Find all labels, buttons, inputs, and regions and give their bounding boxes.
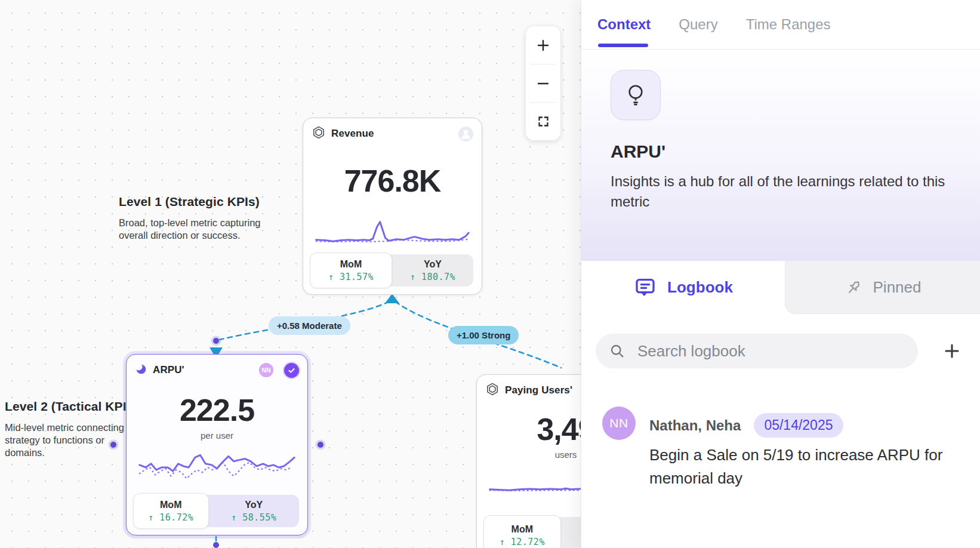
yoy-value: ↑ 180.7% [410,272,455,282]
metric-value: 776.8K [312,165,473,196]
section-tab-label: Pinned [873,278,922,297]
entry-date-badge[interactable]: 05/14/2025 [754,413,843,438]
metric-value: 222.5 [135,395,299,426]
mom-value: ↑ 12.72% [500,537,545,547]
metric-tree-app: Level 1 (Strategic KPIs) Broad, top-leve… [0,0,980,548]
plus-icon [942,341,961,361]
sparkline-chart [315,218,470,248]
mom-stat[interactable]: MoM ↑ 16.72% [133,493,209,529]
sparkline-chart [138,449,295,486]
fit-view-icon [537,115,550,128]
metric-unit: per user [135,430,299,441]
mom-label: MoM [160,500,181,510]
pin-icon [845,278,863,297]
tab-label: Context [597,16,651,33]
metric-name-heading: ARPU' [611,141,980,162]
zoom-out-button[interactable] [526,64,560,102]
change-stats: MoM ↑ 16.72% YoY ↑ 58.55% [135,495,299,527]
tab-time-ranges[interactable]: Time Ranges [746,0,831,49]
tab-logbook[interactable]: Logbook [581,261,785,314]
hexagon-metric-icon [485,382,500,399]
connection-handle[interactable] [213,338,219,344]
connection-handle[interactable] [213,542,219,548]
connection-handle[interactable] [110,442,116,448]
card-title: Paying Users' [505,384,572,396]
mom-stat[interactable]: MoM ↑ 31.57% [310,253,392,288]
tab-query[interactable]: Query [679,0,717,49]
yoy-stat[interactable]: YoY ↑ 180.7% [392,254,473,287]
logbook-search-bar[interactable] [596,334,918,368]
logbook-search-row [596,334,962,368]
yoy-label: YoY [424,259,442,270]
correlation-pill-strong[interactable]: +1.00 Strong [448,326,519,344]
canvas-zoom-toolbar [526,26,560,140]
tab-context[interactable]: Context [597,0,651,49]
metric-card-revenue[interactable]: Revenue 776.8K MoM ↑ 31.57% YoY [303,118,482,295]
mom-label: MoM [340,259,362,270]
tab-label: Query [679,16,717,33]
connection-handle[interactable] [318,442,323,448]
lightbulb-icon-box [611,70,661,120]
panel-tab-bar: Context Query Time Ranges [581,0,980,50]
context-side-panel: Context Query Time Ranges ARPU' Insights… [581,0,980,548]
yoy-label: YoY [245,500,263,510]
entry-author: Nathan, Neha [649,417,741,434]
fit-view-button[interactable] [526,103,560,140]
logbook-pinned-tabs: Logbook Pinned [581,261,980,314]
arrowhead-up-icon [385,294,399,303]
correlation-label: +1.00 Strong [457,330,510,340]
card-title: ARPU' [153,364,184,376]
tab-label: Time Ranges [746,16,831,33]
zoom-out-icon [536,76,550,91]
search-input[interactable] [636,341,918,361]
metric-description: Insights is a hub for all of the learnin… [611,171,957,212]
zoom-in-icon [536,38,550,53]
search-icon [609,343,625,359]
card-title: Revenue [331,128,374,140]
metric-card-arpu[interactable]: ARPU' NN 222.5 per user MoM ↑ 16.72% [126,354,308,535]
mom-stat[interactable]: MoM ↑ 12.72% [483,515,561,548]
verified-check-icon [284,363,299,378]
collaborator-badge[interactable]: NN [259,363,273,377]
mom-value: ↑ 31.57% [328,272,374,282]
entry-message: Begin a Sale on 5/19 to increase ARPU fo… [649,444,957,490]
tab-pinned[interactable]: Pinned [785,261,980,314]
mom-value: ↑ 16.72% [148,512,193,523]
add-log-entry-button[interactable] [942,341,962,361]
logbook-comment-icon [633,276,657,300]
log-entry[interactable]: NN Nathan, Neha 05/14/2025 Begin a Sale … [602,407,966,490]
hexagon-metric-icon [312,125,326,142]
owner-avatar-icon[interactable] [458,127,473,141]
metric-context-header: ARPU' Insights is a hub for all of the l… [581,50,980,261]
lightbulb-icon [623,82,648,107]
avatar: NN [602,407,636,440]
yoy-stat[interactable]: YoY ↑ 58.55% [209,495,300,527]
section-tab-label: Logbook [667,278,733,297]
zoom-in-button[interactable] [526,26,560,64]
correlation-label: +0.58 Moderate [277,321,342,331]
change-stats: MoM ↑ 31.57% YoY ↑ 180.7% [312,254,473,287]
moon-metric-icon [135,363,147,378]
correlation-pill-moderate[interactable]: +0.58 Moderate [269,316,350,335]
yoy-value: ↑ 58.55% [231,512,276,523]
mom-label: MoM [511,524,533,535]
